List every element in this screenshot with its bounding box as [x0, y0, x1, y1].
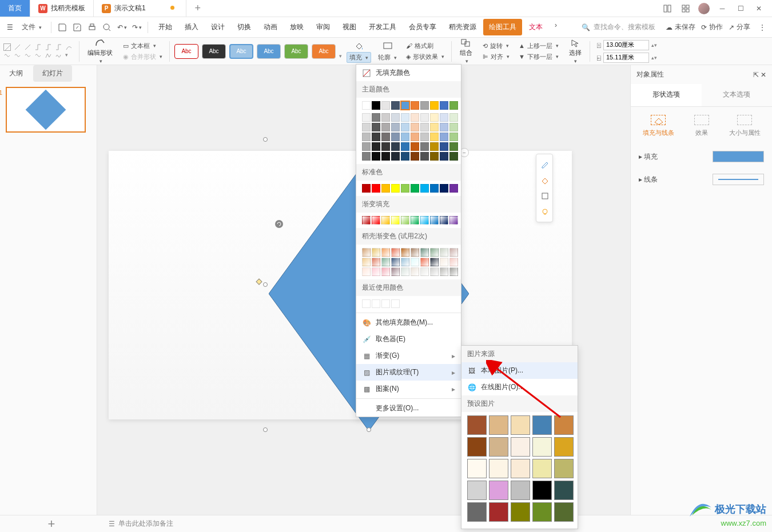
tab-home[interactable]: 首页 — [0, 0, 30, 17]
add-slide-button[interactable]: + — [6, 517, 97, 531]
color-swatch[interactable] — [430, 101, 439, 110]
gradient-swatch[interactable] — [362, 216, 371, 225]
color-swatch[interactable] — [449, 133, 458, 141]
gradient-swatch[interactable] — [430, 248, 439, 257]
print-icon[interactable] — [86, 21, 98, 34]
texture-swatch[interactable] — [467, 502, 487, 522]
curve-icon[interactable] — [3, 52, 11, 59]
tab-drawing-tools[interactable]: 绘图工具 — [483, 19, 522, 35]
menu-icon[interactable]: ☰ — [3, 21, 16, 34]
saveas-icon[interactable] — [71, 21, 83, 34]
color-swatch[interactable] — [362, 152, 371, 161]
color-swatch[interactable] — [391, 152, 400, 161]
color-swatch[interactable] — [420, 133, 429, 141]
more-tabs-icon[interactable]: › — [550, 19, 562, 31]
texture-swatch[interactable] — [511, 481, 530, 500]
gradient-swatch[interactable] — [449, 258, 458, 266]
color-swatch[interactable] — [372, 299, 380, 308]
fill-dropdown-button[interactable]: 填充 — [347, 52, 371, 63]
pin-icon[interactable]: ⇱ — [753, 71, 759, 79]
gradient-swatch[interactable] — [430, 258, 439, 266]
color-swatch[interactable] — [391, 101, 400, 110]
connector-icon[interactable] — [55, 43, 62, 51]
outline-tab[interactable]: 大纲 — [0, 65, 32, 82]
gradient-swatch[interactable] — [362, 258, 371, 266]
texture-swatch[interactable] — [467, 415, 487, 435]
handle-left[interactable] — [263, 282, 268, 287]
color-swatch[interactable] — [401, 152, 409, 161]
tab-devtools[interactable]: 开发工具 — [363, 19, 402, 35]
color-swatch[interactable] — [411, 142, 419, 151]
texture-swatch[interactable] — [554, 437, 574, 457]
color-swatch[interactable] — [411, 133, 419, 141]
texture-swatch[interactable] — [489, 502, 508, 522]
color-swatch[interactable] — [420, 152, 429, 161]
color-swatch[interactable] — [420, 184, 429, 193]
format-painter-button[interactable]: 🖌格式刷 — [404, 41, 447, 51]
gradient-swatch[interactable] — [440, 267, 448, 276]
color-swatch[interactable] — [391, 133, 400, 141]
merge-shape-button[interactable]: ◉合并形状 — [121, 52, 165, 62]
gradient-swatch[interactable] — [430, 216, 439, 225]
bulb-icon[interactable] — [539, 206, 551, 218]
other-fill-item[interactable]: 🎨其他填充颜色(M)... — [356, 314, 461, 331]
gradient-swatch[interactable] — [401, 267, 409, 276]
gradient-swatch[interactable] — [372, 267, 380, 276]
color-swatch[interactable] — [449, 113, 458, 122]
color-swatch[interactable] — [381, 152, 390, 161]
gallery-expand-icon[interactable]: ▾ — [339, 53, 342, 59]
handle-adjust[interactable] — [256, 278, 262, 285]
color-swatch[interactable] — [372, 123, 380, 131]
gradient-swatch[interactable] — [372, 258, 380, 266]
tab-transition[interactable]: 切换 — [232, 19, 257, 35]
rotate-button[interactable]: ⟲旋转 — [480, 41, 512, 51]
color-swatch[interactable] — [362, 299, 371, 308]
gradient-swatch[interactable] — [430, 267, 439, 276]
gradient-swatch[interactable] — [401, 248, 409, 257]
texture-swatch[interactable] — [511, 415, 530, 435]
gradient-swatch[interactable] — [401, 258, 409, 266]
color-swatch[interactable] — [372, 142, 380, 151]
color-swatch[interactable] — [449, 184, 458, 193]
curve-icon[interactable] — [24, 52, 31, 59]
color-swatch[interactable] — [372, 101, 380, 110]
slide-thumbnail-1[interactable]: 1 — [6, 87, 86, 133]
eyedropper-item[interactable]: 💉取色器(E) — [356, 331, 461, 347]
texture-swatch[interactable] — [511, 502, 530, 522]
color-swatch[interactable] — [372, 133, 380, 141]
texture-swatch[interactable] — [554, 415, 574, 435]
color-swatch[interactable] — [381, 299, 390, 308]
gradient-swatch[interactable] — [401, 216, 409, 225]
height-input[interactable] — [603, 40, 649, 50]
color-swatch[interactable] — [449, 142, 458, 151]
connector-icon[interactable] — [34, 43, 42, 51]
gradient-swatch[interactable] — [449, 248, 458, 257]
color-swatch[interactable] — [440, 142, 448, 151]
close-panel-icon[interactable]: ✕ — [761, 71, 766, 79]
color-swatch[interactable] — [411, 152, 419, 161]
color-swatch[interactable] — [411, 101, 419, 110]
color-swatch[interactable] — [391, 299, 400, 308]
style-preset-2[interactable]: Abc — [202, 44, 226, 59]
line-icon[interactable] — [3, 43, 11, 51]
gradient-swatch[interactable] — [420, 248, 429, 257]
more-icon[interactable]: ⋮ — [756, 21, 769, 34]
bring-forward-button[interactable]: ▲上移一层 — [516, 41, 561, 51]
tab-insert[interactable]: 插入 — [179, 19, 204, 35]
color-swatch[interactable] — [362, 184, 371, 193]
color-swatch[interactable] — [430, 142, 439, 151]
gradient-item[interactable]: ▦渐变(G)▸ — [356, 347, 461, 364]
tab-slideshow[interactable]: 放映 — [284, 19, 309, 35]
gradient-swatch[interactable] — [449, 267, 458, 276]
tab-design[interactable]: 设计 — [205, 19, 230, 35]
gradient-swatch[interactable] — [372, 248, 380, 257]
handle-left-bottom[interactable] — [263, 427, 268, 432]
color-swatch[interactable] — [362, 113, 371, 122]
tab-start[interactable]: 开始 — [153, 19, 178, 35]
color-swatch[interactable] — [420, 142, 429, 151]
gradient-swatch[interactable] — [391, 216, 400, 225]
color-swatch[interactable] — [449, 123, 458, 131]
color-swatch[interactable] — [362, 101, 371, 110]
color-swatch[interactable] — [381, 133, 390, 141]
more-settings-item[interactable]: 更多设置(O)... — [356, 400, 461, 417]
